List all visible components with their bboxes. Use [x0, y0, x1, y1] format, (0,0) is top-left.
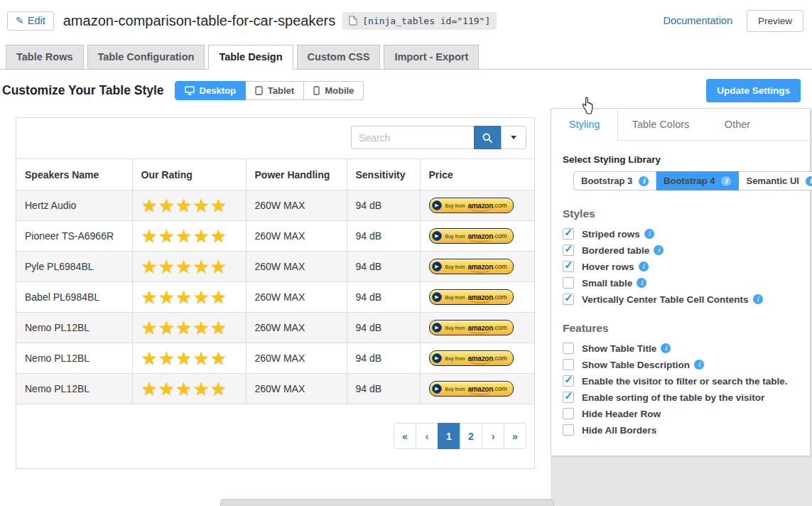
buy-from-amazon-button[interactable]: ▶Buy fromamazon.com	[429, 198, 514, 213]
last-page-button[interactable]: »	[504, 423, 526, 449]
checkbox-row-show-table-title[interactable]: Show Table Titlei	[563, 343, 799, 354]
library-button-bootstrap-4[interactable]: Bootstrap 4i	[656, 171, 739, 190]
checkbox-unchecked[interactable]	[563, 359, 574, 370]
buy-from-amazon-button[interactable]: ▶Buy fromamazon.com	[429, 289, 514, 305]
buy-from-amazon-button[interactable]: ▶Buy fromamazon.com	[429, 259, 514, 274]
search-filter-dropdown[interactable]	[501, 126, 526, 149]
checkbox-unchecked[interactable]	[563, 277, 574, 289]
tab-table-design[interactable]: Table Design	[208, 45, 293, 70]
buy-from-label: Buy from	[445, 356, 465, 361]
checkbox-row-hover-rows[interactable]: ✓Hover rowsi	[563, 261, 799, 272]
library-button-semantic-ui[interactable]: Semantic UIi	[739, 171, 812, 190]
device-switcher: DesktopTabletMobile	[175, 81, 364, 100]
tab-import-export[interactable]: Import - Export	[384, 45, 479, 70]
library-button-label: Semantic UI	[746, 176, 799, 186]
play-icon: ▶	[432, 353, 442, 363]
checkbox-unchecked[interactable]	[563, 424, 574, 436]
info-icon: i	[639, 176, 649, 186]
device-button-tablet[interactable]: Tablet	[246, 81, 304, 100]
checkbox-label: Enable sorting of the table by the visit…	[582, 392, 764, 403]
checkbox-row-enable-the-visitor-to-filter-or-search-the-table[interactable]: ✓Enable the visitor to filter or search …	[563, 375, 799, 387]
check-icon: ✓	[564, 226, 573, 239]
buy-from-amazon-button[interactable]: ▶Buy fromamazon.com	[429, 320, 514, 335]
checkbox-row-hide-header-row[interactable]: Hide Header Row	[563, 408, 799, 419]
tab-custom-css[interactable]: Custom CSS	[297, 45, 381, 70]
checkbox-checked[interactable]: ✓	[563, 244, 574, 256]
prev-page-button[interactable]: ‹	[416, 423, 438, 449]
checkbox-checked[interactable]: ✓	[563, 228, 574, 239]
preview-button[interactable]: Preview	[747, 10, 803, 32]
checkbox-label: Hide All Borders	[582, 425, 656, 436]
checkbox-label: Small table	[582, 278, 632, 289]
checkbox-row-small-table[interactable]: Small tablei	[563, 277, 799, 289]
checkbox-row-hide-all-borders[interactable]: Hide All Borders	[563, 424, 799, 436]
checkbox-row-bordered-table[interactable]: ✓Bordered tablei	[563, 244, 799, 256]
checkbox-row-enable-sorting-of-the-table-by-the-visitor[interactable]: ✓Enable sorting of the table by the visi…	[563, 392, 799, 403]
table-row: Babel PL6984BL★★★★★260W MAX94 dB▶Buy fro…	[16, 282, 534, 313]
cell-speaker-name: Nemo PL12BL	[16, 374, 132, 404]
checkbox-label: Bordered table	[582, 245, 649, 256]
checkbox-row-show-table-description[interactable]: Show Table Descriptioni	[563, 359, 799, 370]
cell-price: ▶Buy fromamazon.com	[420, 221, 534, 252]
checkbox-row-striped-rows[interactable]: ✓Striped rowsi	[563, 228, 799, 239]
search-button[interactable]	[474, 126, 501, 149]
checkbox-checked[interactable]: ✓	[563, 392, 574, 403]
update-settings-button[interactable]: Update Settings	[706, 79, 801, 102]
amazon-logo-tld: .com	[493, 385, 507, 392]
panel-tab-styling[interactable]: Styling	[551, 109, 618, 140]
buy-from-label: Buy from	[445, 295, 465, 300]
checkbox-unchecked[interactable]	[563, 343, 574, 354]
cell-sensitivity: 94 dB	[347, 282, 420, 313]
panel-tab-table-colors[interactable]: Table Colors	[618, 109, 703, 140]
document-icon	[349, 16, 357, 26]
column-header-price[interactable]: Price	[420, 159, 534, 190]
checkbox-row-vertically-center-table-cell-contents[interactable]: ✓Vertically Center Table Cell Contentsi	[563, 294, 799, 305]
buy-from-label: Buy from	[445, 203, 465, 208]
info-icon: i	[661, 343, 671, 353]
device-button-mobile[interactable]: Mobile	[304, 81, 364, 100]
page-button[interactable]: 1	[438, 423, 460, 449]
library-button-label: Bootstrap 4	[664, 176, 715, 186]
panel-body: Select Styling Library Bootstrap 3iBoots…	[551, 141, 810, 436]
column-header-sensitivity[interactable]: Sensitivity	[347, 159, 420, 190]
tab-table-rows[interactable]: Table Rows	[6, 45, 84, 70]
horizontal-scrollbar[interactable]	[220, 499, 554, 506]
checkbox-checked[interactable]: ✓	[563, 375, 574, 387]
checkbox-checked[interactable]: ✓	[563, 294, 574, 305]
checkbox-unchecked[interactable]	[563, 408, 574, 419]
cell-rating: ★★★★★	[132, 313, 246, 343]
library-label: Select Styling Library	[563, 154, 799, 165]
tab-table-configuration[interactable]: Table Configuration	[87, 45, 205, 70]
table-row: Hertz Audio★★★★★260W MAX94 dB▶Buy fromam…	[16, 190, 534, 221]
edit-button[interactable]: ✎ Edit	[7, 11, 54, 31]
column-header-power-handling[interactable]: Power Handling	[246, 159, 347, 190]
page-button[interactable]: 2	[460, 423, 482, 449]
next-page-button[interactable]: ›	[482, 423, 504, 449]
info-icon: i	[721, 176, 731, 186]
library-button-bootstrap-3[interactable]: Bootstrap 3i	[573, 171, 656, 190]
amazon-logo: amazon	[468, 385, 493, 393]
column-header-speakers-name[interactable]: Speakers Name	[16, 159, 132, 190]
info-icon: i	[654, 245, 664, 255]
shortcode-text: [ninja_tables id="119"]	[362, 16, 490, 26]
panel-tab-other[interactable]: Other	[703, 109, 772, 140]
buy-from-amazon-button[interactable]: ▶Buy fromamazon.com	[429, 350, 514, 366]
panel-tabs: StylingTable ColorsOther	[551, 109, 810, 141]
device-button-desktop[interactable]: Desktop	[175, 81, 246, 100]
mobile-icon	[313, 86, 320, 95]
buy-from-amazon-button[interactable]: ▶Buy fromamazon.com	[429, 228, 514, 244]
check-icon: ✓	[564, 259, 573, 271]
info-icon: i	[644, 229, 654, 239]
star-rating-icons: ★★★★★	[141, 286, 228, 308]
cell-rating: ★★★★★	[132, 252, 246, 282]
page-title: amazon-comparison-table-for-car-speakers	[63, 13, 335, 29]
cell-rating: ★★★★★	[132, 374, 246, 404]
play-icon: ▶	[432, 200, 442, 210]
search-input[interactable]	[351, 126, 474, 149]
first-page-button[interactable]: «	[394, 423, 416, 449]
column-header-our-rating[interactable]: Our Rating	[132, 159, 246, 190]
buy-from-amazon-button[interactable]: ▶Buy fromamazon.com	[429, 381, 514, 397]
checkbox-checked[interactable]: ✓	[563, 261, 574, 272]
documentation-link[interactable]: Documentation	[663, 15, 732, 26]
star-rating-icons: ★★★★★	[141, 225, 228, 247]
